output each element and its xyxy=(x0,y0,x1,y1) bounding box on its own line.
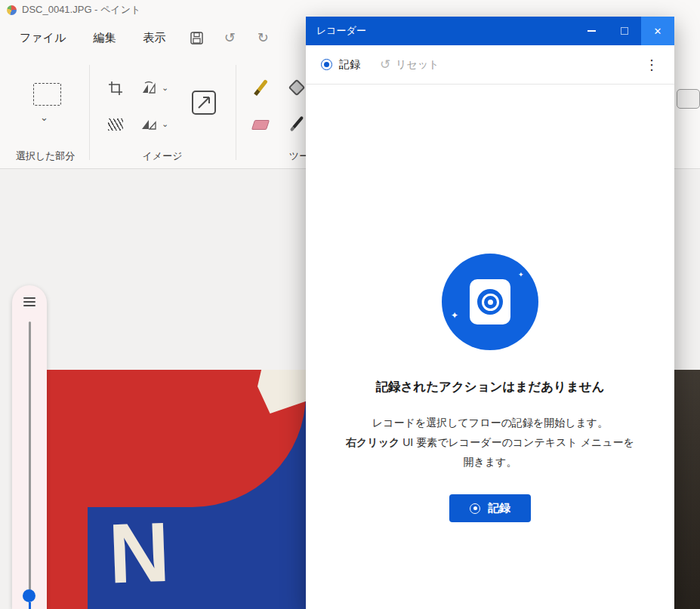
photo-right-texture xyxy=(674,370,700,609)
close-icon: ✕ xyxy=(654,26,662,37)
camera-lens-icon xyxy=(477,289,503,315)
toolbar-reset-label: リセット xyxy=(396,58,439,72)
maximize-button[interactable] xyxy=(608,17,641,45)
selection-tool-icon[interactable] xyxy=(33,83,61,106)
eraser-button[interactable] xyxy=(250,115,271,134)
sparkle-icon: ✦ xyxy=(518,272,524,278)
selection-dropdown-chevron-icon[interactable]: ⌄ xyxy=(40,112,48,123)
description-line2: UI 要素でレコーダーのコンテキスト メニューを xyxy=(399,436,634,448)
redo-icon: ↻ xyxy=(257,31,269,45)
minimize-button[interactable] xyxy=(575,17,608,45)
flip-icon xyxy=(140,118,157,131)
undo-icon: ↺ xyxy=(224,31,236,45)
undo-button[interactable]: ↺ xyxy=(217,26,242,49)
menu-file[interactable]: ファイル xyxy=(9,26,76,50)
ribbon-overflow-icon[interactable] xyxy=(677,89,700,109)
window-controls: ✕ xyxy=(575,17,674,45)
eraser-icon xyxy=(251,120,270,130)
save-icon xyxy=(190,32,203,45)
zoom-slider-thumb[interactable] xyxy=(23,589,35,602)
minimize-icon xyxy=(587,30,596,32)
recorder-titlebar[interactable]: レコーダー ✕ xyxy=(306,17,674,45)
toolbar-record-button[interactable]: 記録 xyxy=(321,58,360,72)
zoom-grip-icon[interactable] xyxy=(23,297,35,306)
paint-menubar: ファイル 編集 表示 ↺ ↻ xyxy=(0,23,276,53)
picker-button[interactable] xyxy=(287,113,307,134)
paint-app-icon xyxy=(7,5,17,15)
save-button[interactable] xyxy=(183,26,209,49)
description-bold: 右クリック xyxy=(346,436,399,448)
flip-button[interactable] xyxy=(139,115,159,134)
paint-window-title: DSC_0041.JPG - ペイント xyxy=(22,3,140,17)
maximize-icon xyxy=(621,27,628,35)
ribbon-separator xyxy=(236,65,236,160)
record-button-icon xyxy=(470,503,480,514)
recorder-camera-icon: ✦ ✦ xyxy=(442,254,538,350)
photo-letter-n: N xyxy=(107,503,173,603)
flip-chevron-icon[interactable]: ⌄ xyxy=(162,119,168,129)
document-icon xyxy=(470,279,510,324)
fill-bucket-icon xyxy=(288,79,306,97)
crop-icon xyxy=(108,81,123,96)
toolbar-record-label: 記録 xyxy=(339,58,360,72)
recorder-dialog: レコーダー ✕ 記録 ↺ リセット ⋮ ✦ ✦ xyxy=(306,17,674,609)
screen: DSC_0041.JPG - ペイント ファイル 編集 表示 ↺ ↻ ⌄ 選択し… xyxy=(0,0,700,609)
recorder-toolbar: 記録 ↺ リセット ⋮ xyxy=(306,45,674,85)
zoom-slider[interactable] xyxy=(12,285,47,609)
rotate-button[interactable] xyxy=(139,78,159,98)
record-button-label: 記録 xyxy=(488,501,510,515)
skew-icon xyxy=(108,118,123,131)
pencil-icon xyxy=(254,79,268,96)
description-line1: レコードを選択してフローの記録を開始します。 xyxy=(372,417,608,429)
picker-icon xyxy=(290,116,304,132)
pencil-button[interactable] xyxy=(251,77,270,98)
sparkle-icon: ✦ xyxy=(451,311,458,320)
toolbar-reset-button[interactable]: ↺ リセット xyxy=(380,58,439,72)
rotate-icon xyxy=(140,81,157,96)
zoom-slider-track[interactable] xyxy=(29,321,31,592)
close-button[interactable]: ✕ xyxy=(641,17,674,45)
empty-state-description: レコードを選択してフローの記録を開始します。 右クリック UI 要素でレコーダー… xyxy=(346,413,634,472)
description-line3: 開きます。 xyxy=(464,456,517,468)
resize-image-icon xyxy=(191,90,217,115)
crop-button[interactable] xyxy=(106,78,125,98)
ribbon-separator xyxy=(89,65,90,160)
selection-group-label: 選択した部分 xyxy=(3,149,88,163)
record-radio-icon xyxy=(321,59,332,70)
zoom-slider-track-active xyxy=(29,602,31,609)
skew-button[interactable] xyxy=(106,115,125,134)
reset-icon: ↺ xyxy=(380,58,390,71)
fill-button[interactable] xyxy=(287,77,307,98)
more-options-button[interactable]: ⋮ xyxy=(641,57,662,73)
record-button[interactable]: 記録 xyxy=(449,494,531,522)
menu-view[interactable]: 表示 xyxy=(132,26,176,50)
empty-state-heading: 記録されたアクションはまだありません xyxy=(375,379,604,395)
resize-image-button[interactable] xyxy=(189,88,219,118)
rotate-chevron-icon[interactable]: ⌄ xyxy=(162,83,168,93)
redo-button[interactable]: ↻ xyxy=(250,26,276,49)
recorder-empty-state: ✦ ✦ 記録されたアクションはまだありません レコードを選択してフローの記録を開… xyxy=(306,85,674,609)
image-group-label: イメージ xyxy=(89,149,236,163)
menu-edit[interactable]: 編集 xyxy=(82,26,126,50)
recorder-title: レコーダー xyxy=(316,24,366,38)
